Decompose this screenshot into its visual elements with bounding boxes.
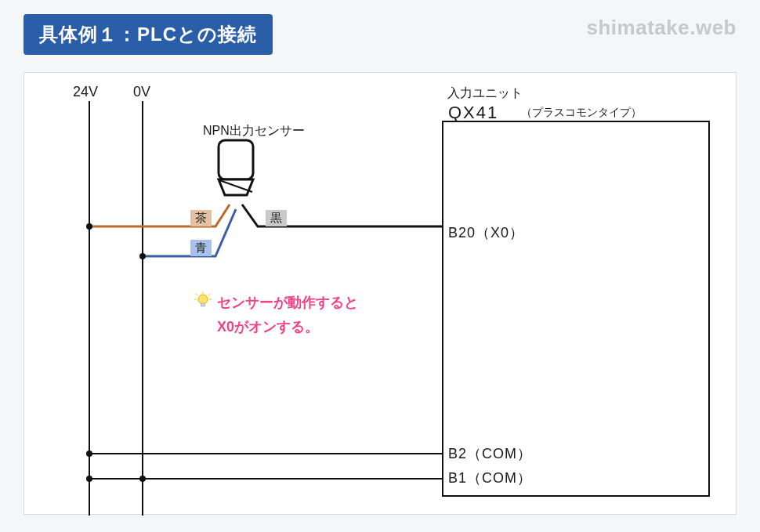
svg-point-9	[86, 476, 92, 482]
wire-tag-black: 黒	[266, 210, 287, 226]
rail-0v-label: 0V	[133, 84, 150, 100]
page-title: 具体例１：PLCとの接続	[24, 14, 273, 55]
callout-text: センサーが動作すると X0がオンする。	[217, 291, 358, 338]
callout-line1: センサーが動作すると	[217, 291, 358, 315]
sensor-title: NPN出力センサー	[203, 123, 305, 139]
svg-point-5	[139, 253, 146, 259]
svg-point-4	[86, 223, 92, 230]
terminal-b2: B2（COM）	[448, 444, 532, 463]
wire-tag-blue: 青	[190, 240, 212, 256]
svg-rect-2	[443, 121, 709, 496]
svg-line-15	[208, 294, 210, 295]
watermark: shimatake.web	[587, 16, 736, 40]
svg-point-7	[86, 451, 92, 457]
svg-line-14	[196, 294, 197, 295]
unit-model: QX41	[448, 103, 498, 123]
rail-24v-label: 24V	[73, 84, 98, 100]
wiring-diagram	[24, 73, 737, 516]
unit-subtitle: （プラスコモンタイプ）	[521, 106, 642, 120]
unit-header: 入力ユニット	[447, 85, 523, 102]
diagram-frame: 24V 0V NPN出力センサー 茶 青 黒 入力ユニット QX41 （プラスコ…	[24, 72, 736, 515]
wire-tag-brown: 茶	[190, 210, 212, 226]
svg-point-10	[139, 476, 146, 482]
svg-rect-3	[219, 140, 253, 179]
terminal-b1: B1（COM）	[448, 469, 532, 487]
svg-rect-12	[201, 303, 205, 306]
callout-line2: X0がオンする。	[217, 315, 358, 339]
svg-point-11	[198, 295, 208, 304]
terminal-b20: B20（X0）	[448, 223, 524, 242]
lightbulb-icon	[194, 291, 212, 309]
